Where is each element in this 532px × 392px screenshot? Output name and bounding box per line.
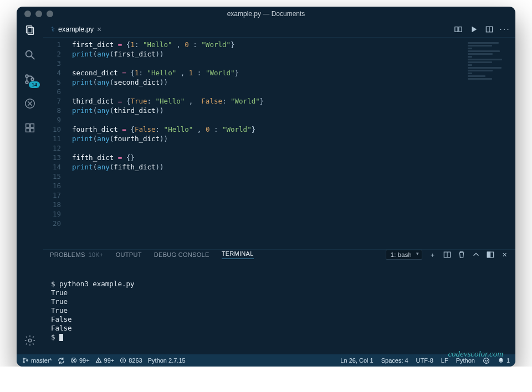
vscode-window: example.py — Documents 14 [17,7,515,367]
tab-terminal[interactable]: TERMINAL [222,250,254,259]
run-icon[interactable] [470,25,478,33]
minimize-window-button[interactable] [35,11,42,17]
debug-icon[interactable] [23,96,37,111]
scm-badge: 14 [29,81,40,88]
window-controls [17,11,53,17]
window-title: example.py — Documents [227,10,305,18]
svg-point-22 [23,362,24,363]
svg-rect-13 [455,27,458,32]
line-numbers: 1234567891011121314151617181920 [43,38,68,249]
terminal-controls: 1: bash ＋ ✕ [386,250,509,260]
svg-rect-1 [28,28,33,35]
svg-point-2 [26,51,32,57]
compare-icon[interactable] [454,25,462,33]
workbench: 14 ⚕ example.py × [17,21,515,354]
split-editor-icon[interactable] [485,25,493,33]
close-panel-icon[interactable]: ✕ [501,251,509,259]
svg-rect-9 [30,124,34,127]
editor-actions: ··· [454,25,509,33]
tab-output[interactable]: OUTPUT [116,251,142,258]
svg-rect-0 [27,26,32,33]
bottom-panel: PROBLEMS 10K+ OUTPUT DEBUG CONSOLE TERMI… [43,249,515,354]
tab-debug-console[interactable]: DEBUG CONSOLE [154,251,209,258]
kill-terminal-icon[interactable] [458,251,466,259]
activity-bar: 14 [17,21,43,354]
svg-point-12 [28,339,32,342]
new-terminal-icon[interactable]: ＋ [429,251,437,259]
svg-point-5 [25,81,28,84]
svg-point-6 [31,78,34,81]
tab-bar: ⚕ example.py × ··· [43,21,515,38]
minimap[interactable] [468,41,512,80]
toggle-panel-icon[interactable] [487,251,494,259]
code-content[interactable]: first_dict = {1: "Hello" , 0 : "World"}p… [68,38,515,249]
panel-tabs: PROBLEMS 10K+ OUTPUT DEBUG CONSOLE TERMI… [43,250,515,260]
file-tab[interactable]: ⚕ example.py × [45,21,107,38]
titlebar: example.py — Documents [17,7,515,21]
watermark: codevscolor.com [448,349,503,358]
maximize-panel-icon[interactable] [472,251,480,259]
tab-filename: example.py [58,25,94,33]
svg-rect-8 [26,124,29,127]
explorer-icon[interactable] [23,23,37,38]
tab-problems[interactable]: PROBLEMS 10K+ [50,251,104,258]
svg-line-3 [32,56,35,60]
extensions-icon[interactable] [23,121,37,135]
settings-gear-icon[interactable] [23,333,37,348]
split-terminal-icon[interactable] [443,251,451,259]
svg-rect-10 [26,128,29,132]
svg-rect-11 [30,128,34,132]
terminal-output[interactable]: $ python3 example.pyTrueTrueTrueFalseFal… [43,260,515,362]
svg-rect-14 [459,27,462,32]
search-icon[interactable] [23,48,37,62]
svg-point-21 [23,358,24,359]
maximize-window-button[interactable] [47,11,53,17]
editor-group: ⚕ example.py × ··· 123456789101112131415… [43,21,515,354]
svg-rect-20 [487,252,490,257]
close-window-button[interactable] [24,11,31,17]
svg-point-4 [25,75,28,78]
close-tab-icon[interactable]: × [97,25,101,34]
more-icon[interactable]: ··· [501,25,509,33]
scm-icon[interactable]: 14 [23,72,37,86]
terminal-selector[interactable]: 1: bash [386,250,422,260]
python-file-icon: ⚕ [51,25,55,33]
code-editor[interactable]: 1234567891011121314151617181920 first_di… [43,38,515,249]
